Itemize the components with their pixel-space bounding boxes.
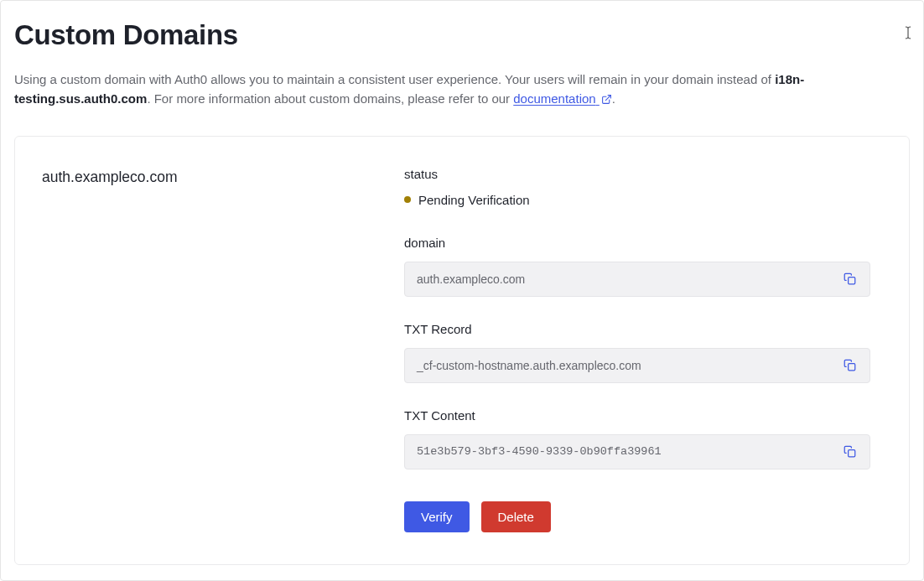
external-link-icon [601,94,612,105]
status-dot-icon [404,196,411,203]
txt-content-field-value: 51e3b579-3bf3-4590-9339-0b90ffa39961 [417,445,838,458]
domain-card-left: auth.exampleco.com [42,167,377,532]
svg-rect-1 [848,278,854,284]
txt-content-field-label: TXT Content [404,408,870,423]
domain-card: auth.exampleco.com status Pending Verifi… [14,136,910,565]
copy-domain-button[interactable] [838,267,861,291]
txt-content-field-group: TXT Content 51e3b579-3bf3-4590-9339-0b90… [404,408,870,469]
svg-rect-3 [848,450,854,457]
svg-line-0 [605,96,610,101]
page-title: Custom Domains [14,19,910,51]
documentation-link[interactable]: documentation [513,91,612,106]
txt-content-field: 51e3b579-3bf3-4590-9339-0b90ffa39961 [404,434,870,469]
domain-field-label: domain [404,236,870,250]
svg-rect-2 [848,364,854,371]
txt-record-field-value: _cf-custom-hostname.auth.exampleco.com [417,359,838,372]
delete-button[interactable]: Delete [481,501,551,532]
txt-record-field-label: TXT Record [404,322,870,336]
domain-field: auth.exampleco.com [404,262,870,297]
domain-card-right: status Pending Verification domain auth.… [404,167,870,532]
status-label: status [404,167,870,181]
domain-name-title: auth.exampleco.com [42,169,377,186]
domain-field-value: auth.exampleco.com [417,272,838,286]
documentation-link-label: documentation [513,91,595,106]
copy-txt-record-button[interactable] [838,354,861,377]
copy-icon [844,445,856,458]
description-pre: Using a custom domain with Auth0 allows … [14,72,775,86]
domain-field-group: domain auth.exampleco.com [404,236,870,297]
description-end: . [612,91,615,106]
txt-record-field: _cf-custom-hostname.auth.exampleco.com [404,348,870,383]
copy-icon [844,272,856,285]
actions-row: Verify Delete [404,501,870,532]
description-mid: . For more information about custom doma… [147,91,513,106]
txt-record-field-group: TXT Record _cf-custom-hostname.auth.exam… [404,322,870,383]
copy-txt-content-button[interactable] [838,440,861,464]
status-text: Pending Verification [418,193,530,207]
status-row: Pending Verification [404,193,870,207]
copy-icon [844,359,856,371]
page-description: Using a custom domain with Auth0 allows … [14,70,910,109]
verify-button[interactable]: Verify [404,501,470,532]
